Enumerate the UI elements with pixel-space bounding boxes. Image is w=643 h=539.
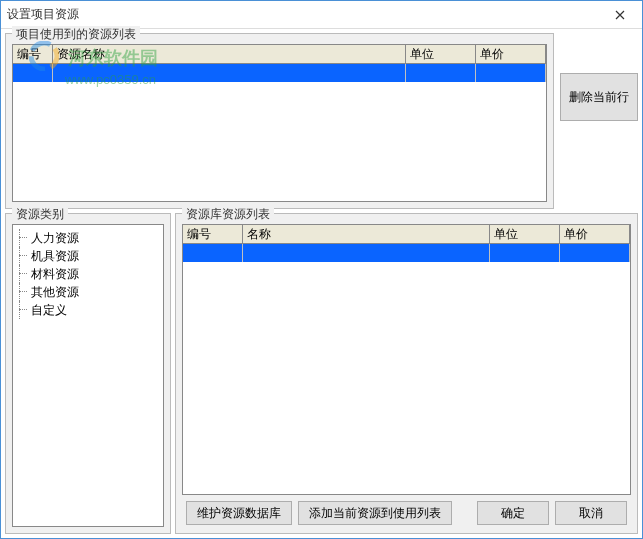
tree-node[interactable]: 材料资源 <box>17 265 159 283</box>
tree-node[interactable]: 自定义 <box>17 301 159 319</box>
tree-node[interactable]: 其他资源 <box>17 283 159 301</box>
category-group: 资源类别 人力资源 机具资源 材料资源 其他资源 自定义 <box>5 213 171 534</box>
used-resources-grid[interactable]: 编号 资源名称 单位 单价 <box>12 44 547 202</box>
library-legend: 资源库资源列表 <box>182 206 274 223</box>
maintain-db-button[interactable]: 维护资源数据库 <box>186 501 292 525</box>
dialog-window: 设置项目资源 河东软件园 www.pc0359.cn 项目使用到的资源列表 <box>0 0 643 539</box>
used-resources-legend: 项目使用到的资源列表 <box>12 26 140 43</box>
tree-node[interactable]: 人力资源 <box>17 229 159 247</box>
library-group: 资源库资源列表 编号 名称 单位 单价 <box>175 213 638 534</box>
cancel-button[interactable]: 取消 <box>555 501 627 525</box>
dialog-body: 河东软件园 www.pc0359.cn 项目使用到的资源列表 编号 资源名称 单… <box>1 29 642 538</box>
category-legend: 资源类别 <box>12 206 68 223</box>
library-grid-header: 编号 名称 单位 单价 <box>183 225 630 244</box>
library-grid[interactable]: 编号 名称 单位 单价 <box>182 224 631 495</box>
col-price[interactable]: 单价 <box>560 225 630 243</box>
used-resources-group: 项目使用到的资源列表 编号 资源名称 单位 单价 <box>5 33 554 209</box>
side-button-column: 删除当前行 <box>560 33 638 209</box>
col-unit[interactable]: 单位 <box>406 45 476 63</box>
tree-node[interactable]: 机具资源 <box>17 247 159 265</box>
col-unit[interactable]: 单位 <box>490 225 560 243</box>
col-name[interactable]: 名称 <box>243 225 490 243</box>
col-price[interactable]: 单价 <box>476 45 546 63</box>
col-id[interactable]: 编号 <box>183 225 243 243</box>
add-to-use-button[interactable]: 添加当前资源到使用列表 <box>298 501 452 525</box>
top-area: 项目使用到的资源列表 编号 资源名称 单位 单价 <box>5 33 638 209</box>
category-tree[interactable]: 人力资源 机具资源 材料资源 其他资源 自定义 <box>12 224 164 527</box>
window-title: 设置项目资源 <box>7 6 604 23</box>
used-grid-header: 编号 资源名称 单位 单价 <box>13 45 546 64</box>
col-name[interactable]: 资源名称 <box>53 45 406 63</box>
delete-current-row-button[interactable]: 删除当前行 <box>560 73 638 121</box>
library-footer-buttons: 维护资源数据库 添加当前资源到使用列表 确定 取消 <box>182 495 631 527</box>
table-row[interactable] <box>183 244 630 262</box>
table-row[interactable] <box>13 64 546 82</box>
close-button[interactable] <box>604 4 636 26</box>
close-icon <box>615 10 625 20</box>
titlebar: 设置项目资源 <box>1 1 642 29</box>
bottom-area: 资源类别 人力资源 机具资源 材料资源 其他资源 自定义 资源库资源列表 编号 … <box>5 213 638 534</box>
ok-button[interactable]: 确定 <box>477 501 549 525</box>
col-id[interactable]: 编号 <box>13 45 53 63</box>
